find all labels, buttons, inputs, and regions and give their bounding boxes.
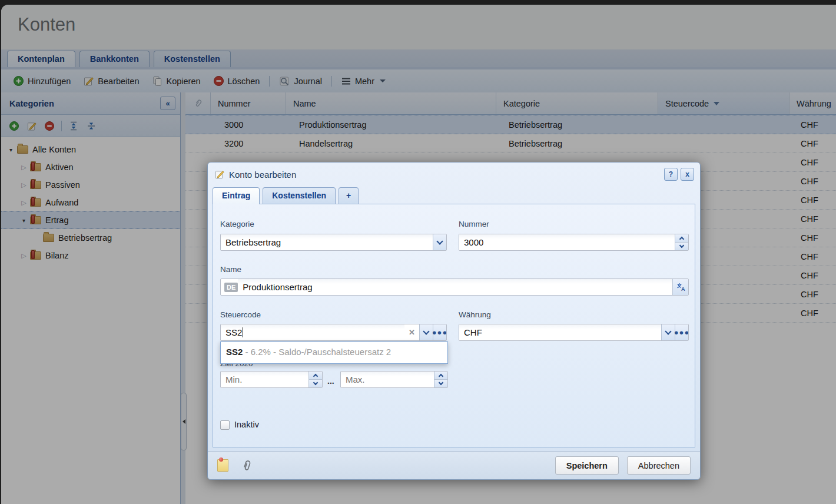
spin-up-button[interactable]: [675, 234, 688, 243]
help-button[interactable]: ?: [664, 168, 678, 181]
chevron-down-icon: [439, 380, 443, 385]
suggestion-description: - 6.2% - Saldo-/Pauschalsteuersatz 2: [243, 347, 391, 357]
name-label: Name: [220, 265, 241, 274]
max-input[interactable]: [341, 372, 434, 387]
chevron-up-icon: [313, 374, 318, 379]
translate-icon: A: [676, 283, 685, 291]
chevron-down-icon: [423, 328, 429, 334]
nummer-spinner-field[interactable]: [459, 234, 689, 251]
steuercode-dropdown-trigger[interactable]: [419, 324, 433, 340]
translate-button[interactable]: A: [672, 279, 688, 295]
nummer-input[interactable]: [459, 234, 675, 250]
suggestion-item[interactable]: SS2 - 6.2% - Saldo-/Pauschalsteuersatz 2: [221, 342, 447, 362]
name-field[interactable]: DE A: [220, 278, 689, 296]
waehrung-input[interactable]: [459, 324, 661, 340]
name-input[interactable]: [238, 279, 672, 295]
ellipsis-icon: ●●●: [432, 330, 447, 336]
dialog-footer: Speichern Abbrechen: [208, 451, 700, 479]
chevron-down-icon: [665, 328, 671, 334]
kategorie-dropdown-trigger[interactable]: [433, 234, 446, 250]
text-cursor: [243, 327, 243, 337]
steuercode-label: Steuercode: [220, 310, 261, 319]
waehrung-dropdown-trigger[interactable]: [661, 324, 675, 340]
language-badge: DE: [224, 283, 238, 292]
spin-down-button[interactable]: [309, 380, 322, 387]
dialog-form-panel: Kategorie Nummer Name DE A St: [213, 204, 695, 447]
chevron-down-icon: [436, 238, 443, 244]
min-input[interactable]: [221, 372, 308, 387]
note-icon[interactable]: [217, 459, 228, 472]
max-spin-buttons: [434, 372, 447, 387]
chevron-up-icon: [679, 237, 684, 241]
spin-down-button[interactable]: [434, 380, 447, 387]
waehrung-label: Währung: [459, 310, 491, 319]
dialog-header[interactable]: Konto bearbeiten ? x: [208, 163, 700, 186]
kategorie-input[interactable]: [221, 234, 433, 250]
chevron-up-icon: [439, 374, 443, 379]
dialog-tab-kostenstellen[interactable]: Kostenstellen: [263, 187, 336, 204]
waehrung-more-trigger[interactable]: ●●●: [675, 324, 688, 340]
min-spin-buttons: [308, 372, 322, 387]
attachment-paperclip-icon[interactable]: [241, 460, 252, 472]
inaktiv-label: Inaktiv: [234, 420, 259, 429]
svg-text:A: A: [681, 286, 685, 291]
spin-down-button[interactable]: [675, 243, 688, 250]
dialog-add-tab-button[interactable]: +: [339, 187, 359, 204]
save-button[interactable]: Speichern: [555, 456, 619, 475]
dialog-tab-eintrag[interactable]: Eintrag: [213, 187, 260, 204]
dialog-tabstrip: Eintrag Kostenstellen +: [208, 186, 700, 204]
ellipsis-icon: ●●●: [674, 330, 689, 336]
nummer-label: Nummer: [459, 220, 489, 228]
dialog-title: Konto bearbeiten: [229, 170, 661, 180]
kategorie-label: Kategorie: [220, 220, 254, 228]
steuercode-suggestion-list: SS2 - 6.2% - Saldo-/Pauschalsteuersatz 2: [220, 341, 448, 364]
edit-account-dialog: Konto bearbeiten ? x Eintrag Kostenstell…: [207, 162, 701, 480]
cancel-button[interactable]: Abbrechen: [627, 456, 691, 475]
close-icon[interactable]: x: [681, 168, 694, 181]
spin-up-button[interactable]: [434, 372, 447, 380]
inaktiv-checkbox[interactable]: [220, 420, 230, 430]
suggestion-code: SS2: [226, 347, 243, 357]
pencil-icon: [215, 170, 224, 179]
spin-up-button[interactable]: [309, 372, 322, 380]
steuercode-more-trigger[interactable]: ●●●: [433, 324, 446, 340]
max-spinner-field[interactable]: [340, 371, 448, 388]
range-separator: ...: [327, 376, 334, 386]
chevron-down-icon: [313, 380, 318, 385]
kategorie-combobox[interactable]: [220, 234, 447, 251]
steuercode-combobox[interactable]: ✕ ●●●: [220, 324, 447, 341]
min-spinner-field[interactable]: [220, 371, 323, 388]
footer-icons: [217, 459, 555, 472]
clear-icon[interactable]: ✕: [404, 328, 419, 337]
nummer-spin-buttons: [675, 234, 688, 250]
steuercode-input[interactable]: [221, 324, 404, 340]
chevron-down-icon: [679, 243, 684, 248]
waehrung-combobox[interactable]: ●●●: [459, 324, 689, 341]
